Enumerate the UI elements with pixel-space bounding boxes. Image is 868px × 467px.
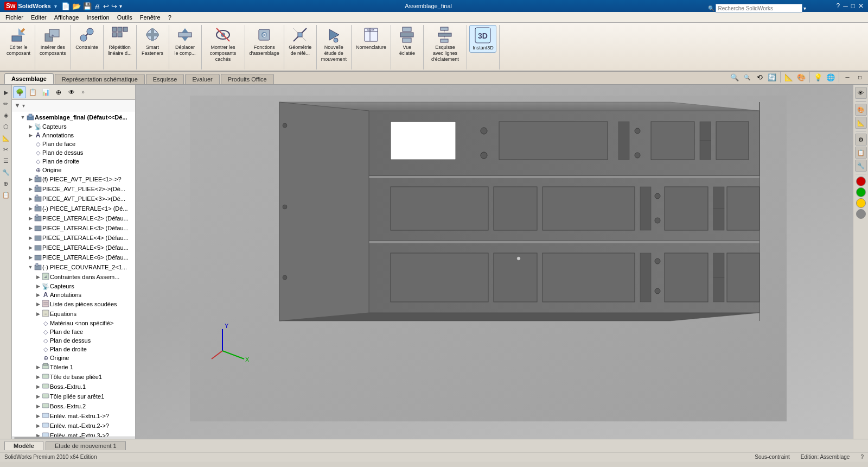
ls-btn-4[interactable]: ⬡ [1,121,11,132]
tab-schema[interactable]: Représentation schématique [55,74,145,84]
view-min-btn[interactable]: ─ [841,71,853,83]
boss-extru-2-expand[interactable]: ▶ [35,403,41,409]
minimize-btn[interactable]: ─ [843,2,848,10]
tree-laterale-3[interactable]: ▶ PIECE_LATERALE<3> (Défau... [12,223,135,233]
tree-materiau[interactable]: ◇ Matériau <non spécifié> [12,319,135,327]
exploded-lines-btn[interactable]: Esquisseavec lignesd'éclatement [429,25,461,63]
motion-study-btn[interactable]: Nouvelleétude demouvement [319,25,349,63]
rs-color-btn[interactable]: 🎨 [855,104,867,116]
tree-scrollbar[interactable] [14,437,85,439]
tree-couvrante[interactable]: ▼ (-) PIECE_COUVRANTE_2<1... [12,262,135,272]
scene-btn[interactable]: 🌐 [825,71,837,83]
laterale-5-expand[interactable]: ▶ [27,245,34,250]
view-display-btn[interactable]: 🎨 [795,71,807,83]
ls-btn-1[interactable]: ▶ [1,87,11,98]
qa-redo[interactable]: ↪ [111,2,117,10]
tole-pliee-expand[interactable]: ▶ [35,394,41,399]
tree-plan-droite[interactable]: ◇ Plan de droite [12,157,135,166]
ltab-more[interactable]: » [78,86,88,98]
zoom-fit-btn[interactable]: ⟲ [754,71,765,83]
tab-evaluer[interactable]: Evaluer [185,74,219,84]
maximize-btn[interactable]: □ [851,2,855,10]
tree-capteurs-sub[interactable]: ▶ 📡 Capteurs [12,282,135,291]
menu-fichier[interactable]: Fichier [2,13,27,22]
laterale-3-expand[interactable]: ▶ [27,225,34,231]
laterale-2-expand[interactable]: ▶ [27,216,34,221]
boss-extru-1-expand[interactable]: ▶ [35,384,41,389]
tree-tole-pliee[interactable]: ▶ Tôle pliée sur arête1 [12,392,135,401]
repeat-btn[interactable]: Répétitionlinéaire d... [106,25,134,58]
rs-view-btn[interactable]: 👁 [855,87,867,99]
enlev-extru-3-expand[interactable]: ▶ [35,433,41,437]
search-dropdown[interactable]: ▾ [803,5,806,11]
ltab-display[interactable]: 👁 [65,86,78,98]
tree-plan-face[interactable]: ◇ Plan de face [12,140,135,148]
tree-laterale-1[interactable]: ▶ (-) PIECE_LATERALE<1> (Dé... [12,204,135,213]
ls-btn-2[interactable]: ✏ [1,98,11,109]
tole-base-expand[interactable]: ▶ [35,374,41,380]
avt-pliee-2-expand[interactable]: ▶ [27,186,34,192]
exploded-view-btn[interactable]: Vueéclatée [393,25,420,58]
tree-laterale-5[interactable]: ▶ PIECE_LATERALE<5> (Défau... [12,243,135,253]
rs-green-circle[interactable] [856,187,866,197]
avt-pliee-1-expand[interactable]: ▶ [27,176,34,182]
rs-red-circle[interactable] [856,176,866,186]
qa-open[interactable]: 📂 [72,2,81,10]
ls-btn-8[interactable]: 🔧 [1,167,11,178]
tree-annotations-sub[interactable]: ▶ A Annotations [12,291,135,299]
tree-equations[interactable]: ▶ = Equations [12,309,135,319]
rs-geom-btn[interactable]: 📐 [855,117,867,129]
rs-tools-btn[interactable]: 🔧 [855,160,867,172]
equations-expand[interactable]: ▶ [35,311,41,317]
edit-component-btn[interactable]: Editer lecomposant [4,25,33,58]
bottom-tab-modele[interactable]: Modèle [4,441,43,450]
tree-avt-pliee-3[interactable]: ▶ PIECE_AVT_PLIEE<3>->(Dé... [12,194,135,204]
annotations-sub-expand[interactable]: ▶ [35,292,41,298]
qa-undo[interactable]: ↩ [103,2,109,10]
rs-gray-circle[interactable] [856,209,866,219]
menu-affichage[interactable]: Affichage [51,13,82,22]
tab-produits-office[interactable]: Produits Office [221,74,274,84]
tree-plan-dessus-sub[interactable]: ◇ Plan de dessus [12,336,135,345]
tree-tole-base[interactable]: ▶ Tôle de base pliée1 [12,372,135,382]
move-btn[interactable]: Déplacerle comp... [171,25,199,58]
ls-btn-10[interactable]: 📋 [1,190,11,200]
enlev-extru-2-expand[interactable]: ▶ [35,423,41,428]
ltab-config[interactable]: 📊 [39,86,52,98]
ls-btn-9[interactable]: ⊕ [1,178,11,189]
close-btn[interactable]: ✕ [858,2,864,10]
qa-new[interactable]: 📄 [61,2,70,10]
tree-liste-soudees[interactable]: ▶ Liste des pièces soudées [12,299,135,309]
help-btn[interactable]: ? [837,2,840,10]
qa-print[interactable]: 🖨 [94,2,101,10]
view-orient-btn[interactable]: 📐 [783,71,795,83]
menu-help[interactable]: ? [165,13,175,22]
tree-root[interactable]: ▼ Assemblage_final (Défaut<<Dé... [12,112,135,122]
capteurs-expand[interactable]: ▶ [27,124,34,129]
ls-btn-5[interactable]: 📐 [1,132,11,143]
ls-btn-3[interactable]: ◈ [1,110,11,121]
tab-esquisse[interactable]: Esquisse [146,74,184,84]
lights-btn[interactable]: 💡 [812,71,824,83]
instant3d-btn[interactable]: 3D Instant3D [469,25,496,53]
tree-plan-face-sub[interactable]: ◇ Plan de face [12,327,135,336]
smart-fasteners-btn[interactable]: SmartFasteners [139,25,166,58]
contraintes-expand[interactable]: ▶ [35,274,41,280]
tree-enlev-extru-2[interactable]: ▶ Enlèv. mat.-Extru.2->? [12,421,135,431]
couvrante-expand[interactable]: ▼ [27,264,34,270]
tree-laterale-4[interactable]: ▶ PIECE_LATERALE<4> (Défau... [12,233,135,243]
tree-boss-extru-2[interactable]: ▶ Boss.-Extru.2 [12,401,135,411]
nomenclature-btn[interactable]: BOM Nomenclature [354,25,388,52]
ls-btn-7[interactable]: ☰ [1,155,11,166]
tree-tolerie[interactable]: ▶ Tôlerie 1 [12,362,135,372]
geometry-btn[interactable]: Géométriede réfé... [286,25,314,58]
assembly-functions-btn[interactable]: ⚙ Fonctionsd'assemblage [247,25,282,58]
tree-capteurs[interactable]: ▶ 📡 Capteurs [12,122,135,131]
status-help[interactable]: ? [860,454,864,460]
menu-insertion[interactable]: Insertion [83,13,112,22]
tree-enlev-extru-1[interactable]: ▶ Enlèv. mat.-Extru.1->? [12,411,135,421]
rotate-btn[interactable]: 🔄 [766,71,778,83]
liste-soudees-expand[interactable]: ▶ [35,301,41,307]
tree-origine-sub[interactable]: ⊕ Origine [12,354,135,362]
ltab-dim[interactable]: ⊕ [52,86,65,98]
